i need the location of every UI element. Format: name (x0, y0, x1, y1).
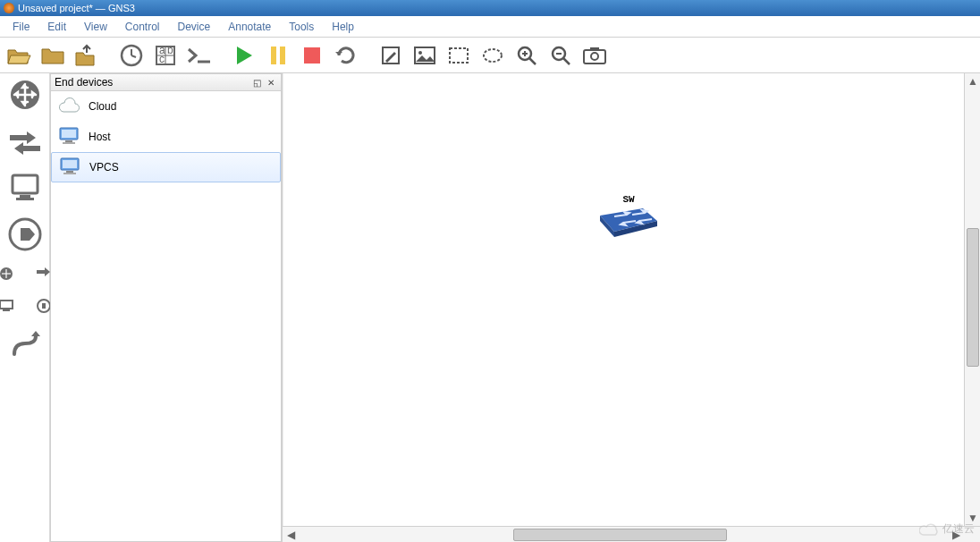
toolbar-note[interactable] (376, 40, 406, 71)
svg-point-19 (484, 49, 502, 62)
svg-text:c: c (159, 53, 165, 65)
svg-marker-10 (237, 47, 252, 64)
scroll-thumb-h[interactable] (513, 529, 728, 541)
canvas-area: SW ▲ ▼ ◀ ▶ 亿速云 (283, 73, 980, 542)
dock-all-end[interactable] (0, 293, 24, 318)
svg-rect-50 (63, 142, 75, 144)
toolbar-stop[interactable] (297, 40, 327, 71)
panel-title: End devices (55, 76, 113, 89)
toolbar-screenshot[interactable] (579, 40, 610, 71)
svg-line-25 (563, 58, 570, 64)
titlebar: Unsaved project* — GNS3 (0, 0, 980, 16)
toolbar-zoom-in[interactable] (511, 40, 542, 71)
switch-icon (596, 205, 661, 241)
menu-tools[interactable]: Tools (280, 19, 323, 35)
svg-rect-34 (20, 195, 30, 198)
toolbar-open-project[interactable] (4, 40, 34, 71)
toolbar-snapshot-clock[interactable] (116, 40, 147, 71)
scroll-left-icon[interactable]: ◀ (283, 527, 299, 543)
svg-rect-48 (62, 130, 76, 138)
toolbar: abc (0, 38, 980, 73)
device-item-label: VPCS (89, 161, 119, 174)
svg-rect-28 (590, 47, 599, 51)
device-item-label: Cloud (89, 100, 116, 113)
svg-point-29 (591, 53, 598, 60)
svg-rect-11 (271, 47, 276, 64)
device-item-host[interactable]: Host (51, 122, 281, 152)
svg-rect-33 (13, 175, 38, 193)
svg-rect-35 (16, 198, 34, 200)
dock-security[interactable] (5, 215, 45, 254)
menu-view[interactable]: View (75, 19, 116, 35)
cloud-icon (56, 96, 81, 118)
toolbar-zoom-out[interactable] (545, 40, 576, 71)
panel-undock-icon[interactable]: ◱ (250, 76, 263, 89)
device-list: CloudHostVPCS (50, 91, 282, 542)
menubar: FileEditViewControlDeviceAnnotateToolsHe… (0, 16, 980, 38)
vertical-scrollbar[interactable]: ▲ ▼ (964, 73, 980, 526)
scroll-thumb-v[interactable] (967, 228, 979, 367)
devices-panel: End devices ◱ ✕ CloudHostVPCS (50, 73, 283, 542)
app-icon (4, 3, 14, 13)
window-title: Unsaved project* — GNS3 (18, 3, 135, 13)
menu-device[interactable]: Device (169, 19, 220, 35)
toolbar-pause[interactable] (263, 40, 293, 71)
svg-rect-49 (65, 140, 72, 142)
svg-rect-52 (63, 160, 77, 168)
device-item-vpcs[interactable]: VPCS (51, 152, 281, 182)
toolbar-rectangle[interactable] (444, 40, 474, 71)
menu-file[interactable]: File (4, 19, 38, 35)
svg-rect-18 (450, 48, 468, 63)
scroll-up-icon[interactable]: ▲ (965, 73, 980, 89)
svg-rect-53 (66, 171, 73, 173)
svg-line-2 (131, 55, 136, 57)
svg-rect-45 (42, 303, 46, 309)
svg-rect-42 (0, 301, 13, 309)
menu-annotate[interactable]: Annotate (219, 19, 280, 35)
panel-close-icon[interactable]: ✕ (265, 76, 277, 89)
menu-control[interactable]: Control (116, 19, 169, 35)
node-label: SW (622, 194, 634, 205)
toolbar-console[interactable] (184, 40, 215, 71)
menu-edit[interactable]: Edit (38, 19, 75, 35)
toolbar-reload[interactable] (331, 40, 361, 71)
svg-rect-13 (304, 47, 320, 64)
svg-text:b: b (167, 44, 173, 56)
svg-rect-54 (63, 173, 76, 174)
svg-rect-43 (3, 309, 10, 311)
watermark: 亿速云 (919, 521, 975, 537)
device-item-label: Host (89, 131, 111, 143)
dock-end-devices[interactable] (5, 168, 45, 207)
svg-marker-46 (31, 331, 40, 336)
host-icon (56, 125, 81, 149)
svg-point-17 (418, 51, 422, 55)
panel-header[interactable]: End devices ◱ ✕ (50, 73, 282, 91)
dock-routers[interactable] (5, 75, 45, 114)
device-dock (0, 73, 50, 542)
toolbar-open-folder[interactable] (38, 40, 68, 71)
toolbar-export[interactable] (72, 40, 102, 71)
device-item-cloud[interactable]: Cloud (51, 91, 281, 122)
vpcs-icon (57, 156, 82, 180)
svg-line-21 (529, 58, 536, 64)
svg-marker-14 (335, 52, 342, 55)
dock-all-routers[interactable] (0, 261, 24, 286)
svg-rect-37 (21, 228, 30, 241)
dock-switches[interactable] (5, 122, 45, 161)
svg-rect-12 (280, 47, 285, 64)
toolbar-ellipse[interactable] (477, 40, 508, 71)
horizontal-scrollbar[interactable]: ◀ ▶ (283, 526, 980, 542)
topology-canvas[interactable]: SW (283, 73, 964, 526)
dock-link[interactable] (5, 326, 45, 365)
menu-help[interactable]: Help (323, 19, 363, 35)
svg-marker-38 (30, 228, 35, 241)
node-sw[interactable]: SW (596, 194, 661, 241)
toolbar-start[interactable] (229, 40, 259, 71)
toolbar-image[interactable] (410, 40, 440, 71)
toolbar-dfa-grid[interactable]: abc (150, 40, 181, 71)
